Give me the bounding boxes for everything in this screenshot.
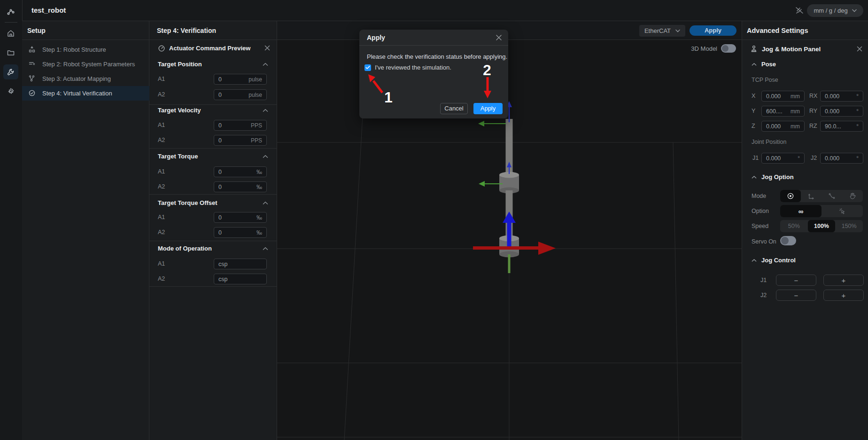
target-position-a2-input[interactable]: 0 pulse: [214, 89, 267, 100]
dialog-title: Apply: [367, 30, 385, 46]
axis-arrow-green-joint2: [479, 181, 503, 187]
field-value: 0: [218, 92, 222, 98]
chevron-up-icon[interactable]: [263, 62, 268, 67]
field-value: 600....: [766, 108, 783, 115]
cancel-button[interactable]: Cancel: [440, 103, 468, 114]
model-toggle-label: 3D Model: [691, 45, 717, 52]
j1-minus-button[interactable]: −: [776, 275, 816, 286]
target-torque-offset-a1-input[interactable]: 0 ‰: [214, 212, 267, 223]
field-value: 0.000: [825, 108, 839, 115]
chevron-up-icon[interactable]: [751, 174, 757, 180]
servo-on-label: Servo On: [752, 238, 776, 245]
viewport-3d[interactable]: EtherCAT Apply 3D Model: [277, 21, 742, 440]
j2-plus-button[interactable]: +: [823, 290, 864, 301]
tcp-ry-input[interactable]: 0.000 °: [820, 106, 863, 117]
protocol-dropdown[interactable]: EtherCAT: [639, 25, 685, 37]
setup-step-2[interactable]: Step 2: Robot System Parameters: [22, 57, 149, 71]
continuous-icon[interactable]: ∞: [780, 205, 822, 217]
apply-dialog: Apply Please check the verification stat…: [359, 30, 508, 118]
speed-label: Speed: [752, 222, 768, 230]
speed-50-option[interactable]: 50%: [780, 220, 808, 232]
sidebar-item-settings[interactable]: [3, 84, 18, 99]
target-velocity-a2-input[interactable]: 0 PPS: [214, 135, 267, 146]
chevron-up-icon[interactable]: [263, 246, 268, 251]
chevron-up-icon[interactable]: [263, 200, 268, 206]
mode-of-operation-a1-input[interactable]: csp: [214, 259, 267, 269]
field-label: A2: [158, 275, 165, 283]
target-torque-a1-input[interactable]: 0 ‰: [214, 166, 267, 177]
j2-minus-button[interactable]: −: [776, 290, 816, 301]
chevron-up-icon[interactable]: [263, 108, 268, 113]
chevron-up-icon[interactable]: [751, 258, 757, 263]
pose-field-label: RY: [809, 107, 817, 115]
field-label: A1: [158, 260, 165, 267]
toggle-knob: [781, 237, 789, 244]
dialog-message: Please check the verification status bef…: [367, 53, 507, 60]
target-torque-a2-input[interactable]: 0 ‰: [214, 181, 267, 192]
cartesian-jog-icon[interactable]: [801, 190, 822, 202]
field-value: 0.000: [825, 93, 839, 100]
field-label: A1: [158, 121, 165, 129]
field-label: A1: [158, 168, 165, 175]
setup-panel: Setup Step 1: Robot Structure Step 2: Ro…: [22, 21, 149, 440]
tcp-rx-input[interactable]: 0.000 °: [820, 91, 863, 102]
jog-option-segmented: ∞: [780, 205, 863, 217]
j1-plus-button[interactable]: +: [823, 275, 864, 286]
setup-step-3[interactable]: Step 3: Actuator Mapping: [22, 71, 149, 86]
joint-j2-input[interactable]: 0.000 °: [820, 153, 863, 164]
setup-step-1[interactable]: Step 1: Robot Structure: [22, 42, 149, 57]
apply-toolbar-label: Apply: [705, 27, 721, 34]
field-value: 0: [218, 214, 222, 221]
tcp-rz-input[interactable]: 90.0... °: [820, 121, 863, 132]
section-divider: [149, 104, 277, 105]
robot-3d-scene: [277, 21, 742, 440]
protocol-label: EtherCAT: [644, 27, 671, 34]
target-torque-offset-a2-input[interactable]: 0 ‰: [214, 227, 267, 238]
review-checkbox[interactable]: [364, 64, 371, 71]
verification-panel: Step 4: Verification Actuator Command Pr…: [149, 21, 277, 440]
target-velocity-a1-input[interactable]: 0 PPS: [214, 120, 267, 131]
chevron-up-icon[interactable]: [263, 154, 268, 159]
close-icon[interactable]: [856, 46, 863, 52]
axis-line-green-down: [508, 254, 511, 273]
joint-jog-icon[interactable]: [780, 190, 801, 202]
sidebar-item-projects[interactable]: [3, 45, 18, 60]
joint-j1-input[interactable]: 0.000 °: [761, 153, 805, 164]
model-toggle[interactable]: [721, 44, 736, 53]
connection-disabled-icon[interactable]: [795, 6, 804, 15]
apply-button[interactable]: Apply: [473, 103, 503, 114]
chevron-down-icon: [675, 29, 680, 32]
tcp-z-input[interactable]: 0.000 mm: [761, 121, 805, 132]
speed-option-label: 150%: [842, 223, 857, 229]
speed-option-label: 50%: [788, 223, 800, 229]
field-suffix: mm: [790, 93, 800, 100]
tcp-y-input[interactable]: 600.... mm: [761, 106, 805, 117]
jog-motion-panel-title: Jog & Motion Panel: [762, 46, 821, 53]
pose-field-label: X: [752, 92, 755, 100]
close-icon[interactable]: [264, 45, 271, 51]
hand-guide-icon[interactable]: [842, 190, 863, 202]
model-toggle-row: 3D Model: [691, 44, 736, 53]
section-title: Target Velocity: [158, 107, 201, 114]
apply-button-toolbar[interactable]: Apply: [690, 25, 736, 36]
mode-label: Mode: [752, 192, 766, 200]
sidebar-item-tools[interactable]: [3, 64, 18, 79]
target-position-a1-input[interactable]: 0 pulse: [214, 74, 267, 85]
speed-150-option[interactable]: 150%: [835, 220, 863, 232]
verification-title: Step 4: Verification: [157, 21, 216, 40]
mapping-icon: [28, 75, 36, 82]
units-dropdown[interactable]: mm / g / deg: [807, 4, 863, 17]
servo-on-toggle[interactable]: [780, 236, 796, 245]
mode-of-operation-a2-input[interactable]: csp: [214, 274, 267, 284]
tcp-x-input[interactable]: 0.000 mm: [761, 91, 805, 102]
field-value: 0: [218, 169, 222, 175]
close-icon[interactable]: [496, 34, 502, 41]
path-jog-icon[interactable]: [822, 190, 842, 202]
sidebar-item-home[interactable]: [3, 26, 18, 41]
field-value: 0: [218, 184, 222, 190]
setup-step-4[interactable]: Step 4: Virtual Verification: [22, 86, 149, 101]
field-label: A1: [158, 213, 165, 221]
speed-100-option[interactable]: 100%: [808, 220, 836, 232]
step-move-icon[interactable]: [822, 205, 863, 217]
chevron-up-icon[interactable]: [751, 62, 757, 67]
